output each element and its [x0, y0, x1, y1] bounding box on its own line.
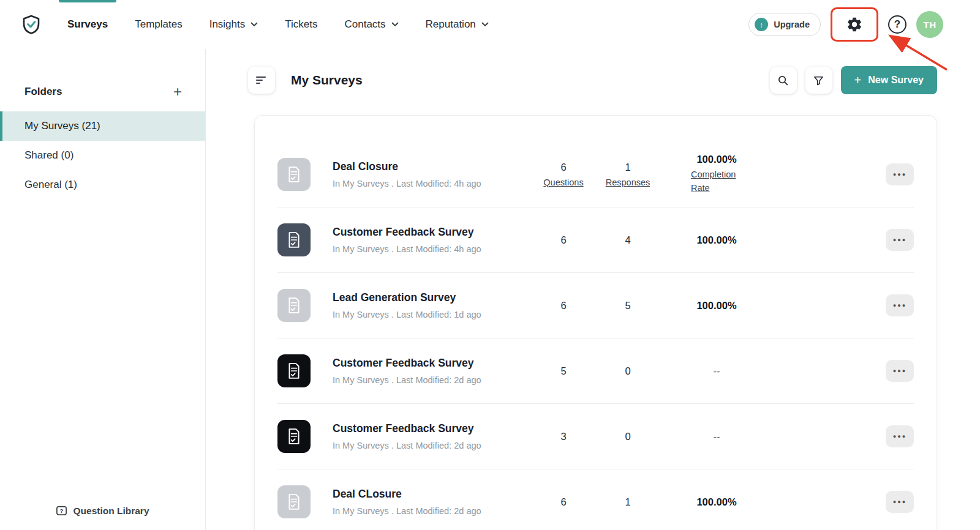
sidebar: Folders + My Surveys (21) Shared (0) Gen…	[0, 49, 206, 530]
folder-list: My Surveys (21) Shared (0) General (1)	[0, 111, 205, 200]
survey-list: Deal Closure In My Surveys . Last Modifi…	[277, 141, 914, 530]
nav-item-label: Insights	[209, 18, 246, 31]
survey-list-card: Deal Closure In My Surveys . Last Modifi…	[254, 115, 937, 530]
ellipsis-icon: ●●●	[893, 237, 907, 243]
upgrade-arrow-icon: ↑	[755, 18, 768, 31]
list-icon	[255, 75, 268, 86]
sidebar-item-my-surveys[interactable]: My Surveys (21)	[0, 111, 205, 141]
survey-row[interactable]: Lead Generation Survey In My Surveys . L…	[277, 272, 914, 338]
svg-text:?: ?	[60, 507, 64, 514]
settings-gear-button[interactable]	[846, 16, 863, 33]
completion-rate: 100.00%	[696, 496, 736, 507]
completion-rate: 100.00%	[696, 300, 736, 311]
page-title: My Surveys	[291, 73, 363, 88]
nav-item-label: Tickets	[285, 18, 317, 31]
sidebar-item-label: Shared (0)	[24, 149, 74, 161]
nav-item-templates[interactable]: Templates	[135, 0, 182, 49]
survey-meta: In My Surveys . Last Modified: 1d ago	[333, 310, 536, 319]
completion-rate-label[interactable]: Completion Rate	[682, 168, 751, 194]
filter-button[interactable]	[805, 67, 832, 94]
nav-item-label: Surveys	[67, 18, 108, 31]
survey-row[interactable]: Customer Feedback Survey In My Surveys .…	[277, 207, 914, 272]
filter-icon	[813, 75, 824, 86]
nav-item-label: Reputation	[426, 18, 476, 31]
survey-title: Deal CLosure	[333, 488, 536, 501]
questions-count: 5	[560, 365, 566, 376]
question-library-label: Question Library	[73, 506, 149, 517]
survey-doc-icon	[277, 158, 311, 191]
row-menu-button[interactable]: ●●●	[886, 491, 914, 513]
gear-icon	[846, 16, 863, 33]
chevron-down-icon	[481, 22, 489, 27]
nav-item-surveys[interactable]: Surveys	[67, 0, 108, 49]
sidebar-item-general[interactable]: General (1)	[0, 170, 205, 200]
survey-doc-icon	[277, 289, 311, 322]
survey-doc-icon	[277, 485, 311, 518]
ellipsis-icon: ●●●	[893, 499, 907, 505]
questions-label[interactable]: Questions	[536, 177, 591, 187]
question-library-button[interactable]: ? Question Library	[0, 505, 205, 517]
responses-count: 5	[625, 300, 630, 311]
survey-title: Customer Feedback Survey	[333, 226, 536, 239]
row-menu-button[interactable]: ●●●	[886, 163, 914, 185]
avatar[interactable]: TH	[916, 11, 943, 38]
completion-rate: 100.00%	[696, 234, 736, 245]
annotation-rectangle	[831, 7, 878, 42]
survey-row[interactable]: Deal CLosure In My Surveys . Last Modifi…	[277, 469, 914, 530]
search-button[interactable]	[770, 67, 797, 94]
survey-meta: In My Surveys . Last Modified: 2d ago	[333, 375, 536, 385]
nav-item-contacts[interactable]: Contacts	[344, 0, 398, 49]
sidebar-item-shared[interactable]: Shared (0)	[0, 141, 205, 170]
survey-row[interactable]: Customer Feedback Survey In My Surveys .…	[277, 338, 914, 403]
row-menu-button[interactable]: ●●●	[886, 229, 914, 251]
add-folder-button[interactable]: +	[173, 84, 182, 99]
help-icon: ?	[888, 15, 907, 34]
survey-title: Customer Feedback Survey	[333, 422, 536, 435]
survey-doc-icon	[277, 420, 311, 453]
ellipsis-icon: ●●●	[893, 302, 907, 308]
upgrade-button[interactable]: ↑ Upgrade	[748, 13, 821, 36]
nav-item-label: Templates	[135, 18, 182, 31]
topbar-right: ↑ Upgrade ? TH	[748, 7, 943, 42]
nav-item-label: Contacts	[344, 18, 385, 31]
survey-meta: In My Surveys . Last Modified: 2d ago	[333, 506, 536, 516]
responses-count: 1	[625, 496, 630, 507]
topbar: Surveys Templates Insights Tickets Conta…	[0, 0, 980, 49]
plus-icon: +	[854, 73, 862, 88]
responses-count: 1	[625, 162, 630, 173]
completion-rate: --	[714, 431, 720, 442]
questions-count: 6	[560, 234, 566, 245]
list-view-button[interactable]	[248, 67, 275, 94]
questions-count: 3	[560, 431, 566, 442]
row-menu-button[interactable]: ●●●	[886, 360, 914, 382]
nav-item-tickets[interactable]: Tickets	[285, 0, 317, 49]
new-survey-button[interactable]: + New Survey	[841, 66, 937, 94]
question-library-icon: ?	[56, 505, 67, 517]
questions-count: 6	[560, 162, 566, 173]
responses-count: 0	[625, 365, 630, 376]
responses-count: 0	[625, 431, 630, 442]
survey-row[interactable]: Customer Feedback Survey In My Surveys .…	[277, 403, 914, 469]
nav-item-insights[interactable]: Insights	[209, 0, 258, 49]
search-icon	[777, 75, 789, 86]
folders-title: Folders	[24, 86, 62, 98]
help-button[interactable]: ?	[888, 15, 907, 34]
chevron-down-icon	[391, 22, 399, 27]
row-menu-button[interactable]: ●●●	[886, 294, 914, 316]
responses-count: 4	[625, 234, 630, 245]
questions-count: 6	[560, 300, 566, 311]
nav-item-reputation[interactable]: Reputation	[426, 0, 489, 49]
survey-meta: In My Surveys . Last Modified: 4h ago	[333, 179, 536, 188]
survey-doc-icon	[277, 223, 311, 256]
ellipsis-icon: ●●●	[893, 171, 907, 177]
completion-rate: --	[714, 365, 720, 376]
responses-label[interactable]: Responses	[591, 177, 665, 187]
row-menu-button[interactable]: ●●●	[886, 425, 914, 447]
sidebar-item-label: My Surveys (21)	[24, 120, 100, 132]
app-logo[interactable]	[21, 14, 42, 35]
survey-title: Deal Closure	[333, 160, 536, 173]
survey-title: Lead Generation Survey	[333, 291, 536, 304]
upgrade-label: Upgrade	[774, 20, 810, 29]
survey-meta: In My Surveys . Last Modified: 4h ago	[333, 244, 536, 254]
survey-row[interactable]: Deal Closure In My Surveys . Last Modifi…	[277, 141, 914, 207]
